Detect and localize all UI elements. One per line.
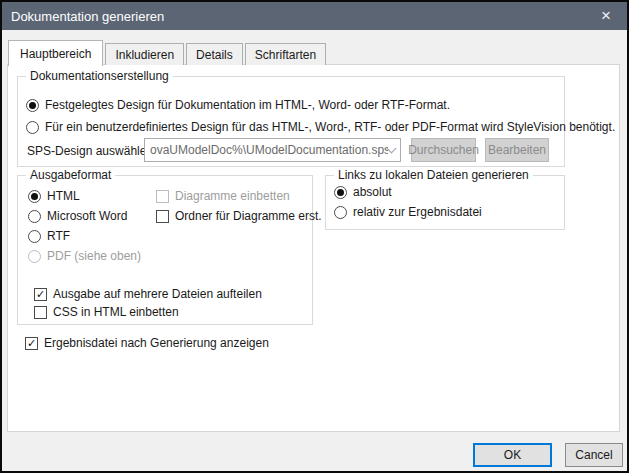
radio-icon (334, 206, 347, 219)
tab-label: Hauptbereich (20, 47, 91, 61)
tab-label: Details (196, 48, 233, 62)
radio-rtf[interactable]: RTF (28, 228, 70, 244)
radio-label: RTF (47, 229, 70, 243)
radio-icon (26, 121, 39, 134)
radio-microsoft-word[interactable]: Microsoft Word (28, 208, 127, 224)
ok-button-label: OK (504, 448, 521, 462)
checkbox-diagramme-einbetten: Diagramme einbetten (156, 188, 290, 204)
radio-icon (28, 250, 41, 263)
radio-icon (28, 190, 41, 203)
radio-custom-design[interactable]: Für ein benutzerdefiniertes Design für d… (26, 119, 615, 135)
edit-button-label: Bearbeiten (488, 143, 546, 157)
radio-fixed-design[interactable]: Festgelegtes Design für Dokumentation im… (26, 97, 450, 113)
group-ausgabeformat: Ausgabeformat HTML Microsoft Word RTF PD… (17, 175, 313, 325)
group-links-generieren: Links zu lokalen Dateien generieren abso… (325, 175, 565, 230)
radio-icon (28, 230, 41, 243)
radio-label: absolut (353, 185, 392, 199)
tab-hauptbereich[interactable]: Hauptbereich (8, 40, 103, 66)
close-icon: × (601, 6, 611, 26)
checkbox-icon (34, 306, 47, 319)
checkbox-label: Ausgabe auf mehrere Dateien aufteilen (53, 287, 262, 301)
checkbox-label: CSS in HTML einbetten (53, 305, 179, 319)
radio-icon (28, 210, 41, 223)
ok-button[interactable]: OK (473, 443, 552, 467)
cancel-button-label: Cancel (575, 448, 612, 462)
checkbox-icon (156, 210, 169, 223)
radio-icon (26, 99, 39, 112)
close-button[interactable]: × (585, 2, 627, 30)
radio-icon (334, 186, 347, 199)
group-legend: Links zu lokalen Dateien generieren (334, 168, 533, 182)
sps-design-label: SPS-Design auswählen: (27, 144, 156, 158)
checkbox-label: Ordner für Diagramme erst. (175, 209, 322, 223)
titlebar: Dokumentation generieren (2, 2, 627, 30)
tab-label: Schriftarten (255, 48, 316, 62)
radio-label: relativ zur Ergebnisdatei (353, 205, 482, 219)
radio-label: Microsoft Word (47, 209, 127, 223)
checkbox-icon: ✓ (25, 337, 38, 350)
tab-schriftarten[interactable]: Schriftarten (245, 43, 326, 65)
radio-label: Festgelegtes Design für Dokumentation im… (45, 98, 450, 112)
radio-label: Für ein benutzerdefiniertes Design für d… (45, 120, 615, 134)
group-legend: Ausgabeformat (26, 168, 115, 182)
checkbox-label: Ergebnisdatei nach Generierung anzeigen (44, 336, 269, 350)
cancel-button[interactable]: Cancel (565, 443, 623, 467)
window-title: Dokumentation generieren (11, 9, 164, 24)
radio-html[interactable]: HTML (28, 188, 80, 204)
browse-button[interactable]: Durchsuchen (411, 138, 476, 162)
group-legend: Dokumentationserstellung (26, 69, 173, 83)
tab-details[interactable]: Details (186, 43, 243, 65)
check-icon: ✓ (27, 338, 36, 349)
checkbox-ergebnisdatei-anzeigen[interactable]: ✓ Ergebnisdatei nach Generierung anzeige… (25, 335, 269, 351)
tab-page-hauptbereich: Dokumentationserstellung Festgelegtes De… (7, 64, 620, 432)
checkbox-icon: ✓ (34, 288, 47, 301)
sps-design-select[interactable]: ovaUModelDoc%\UModelDocumentation.sps (144, 138, 401, 162)
group-dokumentationserstellung: Dokumentationserstellung Festgelegtes De… (17, 76, 565, 167)
check-icon: ✓ (36, 289, 45, 300)
radio-relativ[interactable]: relativ zur Ergebnisdatei (334, 204, 482, 220)
sps-design-value: ovaUModelDoc%\UModelDocumentation.sps (150, 143, 388, 157)
tab-inkludieren[interactable]: Inkludieren (105, 43, 184, 65)
checkbox-ordner-fuer-diagramme[interactable]: Ordner für Diagramme erst. (156, 208, 322, 224)
chevron-down-icon (387, 143, 397, 153)
browse-button-label: Durchsuchen (408, 143, 479, 157)
radio-label: HTML (47, 189, 80, 203)
radio-label: PDF (siehe oben) (47, 249, 141, 263)
radio-pdf: PDF (siehe oben) (28, 248, 141, 264)
checkbox-css-einbetten[interactable]: CSS in HTML einbetten (34, 304, 179, 320)
checkbox-label: Diagramme einbetten (175, 189, 290, 203)
edit-button[interactable]: Bearbeiten (485, 138, 549, 162)
checkbox-ausgabe-aufteilen[interactable]: ✓ Ausgabe auf mehrere Dateien aufteilen (34, 286, 262, 302)
checkbox-icon (156, 190, 169, 203)
dialog-window: Dokumentation generieren × Hauptbereich … (0, 0, 629, 473)
radio-absolut[interactable]: absolut (334, 184, 392, 200)
tab-label: Inkludieren (115, 48, 174, 62)
tab-strip: Hauptbereich Inkludieren Details Schrift… (8, 39, 328, 65)
